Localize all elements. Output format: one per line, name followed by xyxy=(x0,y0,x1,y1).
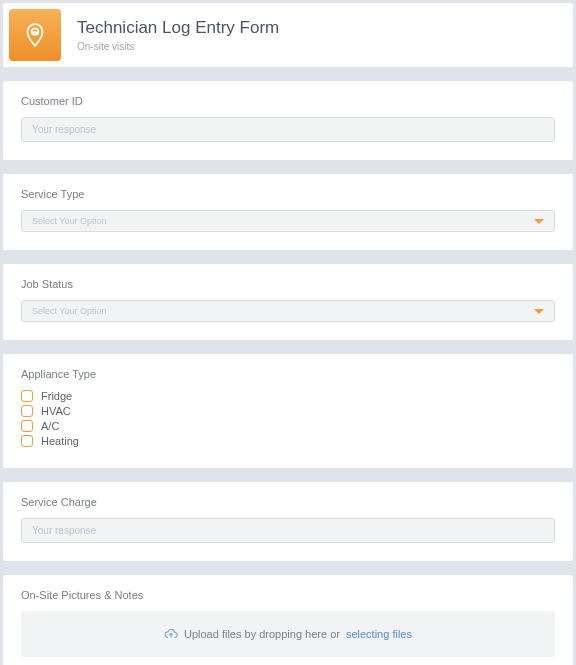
section-customer-id: Customer ID xyxy=(2,80,574,161)
section-appliance-type: Appliance Type Fridge HVAC A/C Heating xyxy=(2,353,574,469)
label-customer-id: Customer ID xyxy=(21,95,555,107)
form-title: Technician Log Entry Form xyxy=(77,18,279,38)
checkbox-heating[interactable] xyxy=(21,435,33,447)
section-job-status: Job Status Select Your Option xyxy=(2,263,574,341)
checkbox-label: Fridge xyxy=(41,390,72,402)
label-service-type: Service Type xyxy=(21,188,555,200)
location-pin-icon xyxy=(9,9,61,61)
form-subtitle: On-site visits xyxy=(77,41,279,52)
checkbox-label: HVAC xyxy=(41,405,71,417)
label-service-charge: Service Charge xyxy=(21,496,555,508)
checkbox-row: A/C xyxy=(21,420,555,432)
checkbox-label: A/C xyxy=(41,420,59,432)
checkbox-fridge[interactable] xyxy=(21,390,33,402)
checkbox-hvac[interactable] xyxy=(21,405,33,417)
label-upload: On-Site Pictures & Notes xyxy=(21,589,555,601)
label-appliance-type: Appliance Type xyxy=(21,368,555,380)
section-upload: On-Site Pictures & Notes Upload files by… xyxy=(2,574,574,665)
checkbox-label: Heating xyxy=(41,435,79,447)
checkbox-row: Fridge xyxy=(21,390,555,402)
section-service-type: Service Type Select Your Option xyxy=(2,173,574,251)
label-job-status: Job Status xyxy=(21,278,555,290)
job-status-select[interactable]: Select Your Option xyxy=(21,300,555,322)
customer-id-input[interactable] xyxy=(21,117,555,142)
file-dropzone[interactable]: Upload files by dropping here or selecti… xyxy=(21,611,555,657)
service-type-select[interactable]: Select Your Option xyxy=(21,210,555,232)
cloud-upload-icon xyxy=(164,627,178,641)
upload-text: Upload files by dropping here or xyxy=(184,628,340,640)
section-service-charge: Service Charge xyxy=(2,481,574,562)
form-header: Technician Log Entry Form On-site visits xyxy=(2,2,574,68)
selecting-files-link[interactable]: selecting files xyxy=(346,628,412,640)
service-type-placeholder: Select Your Option xyxy=(32,216,107,226)
chevron-down-icon xyxy=(534,219,544,224)
service-charge-input[interactable] xyxy=(21,518,555,543)
checkbox-row: HVAC xyxy=(21,405,555,417)
chevron-down-icon xyxy=(534,309,544,314)
job-status-placeholder: Select Your Option xyxy=(32,306,107,316)
checkbox-ac[interactable] xyxy=(21,420,33,432)
checkbox-row: Heating xyxy=(21,435,555,447)
